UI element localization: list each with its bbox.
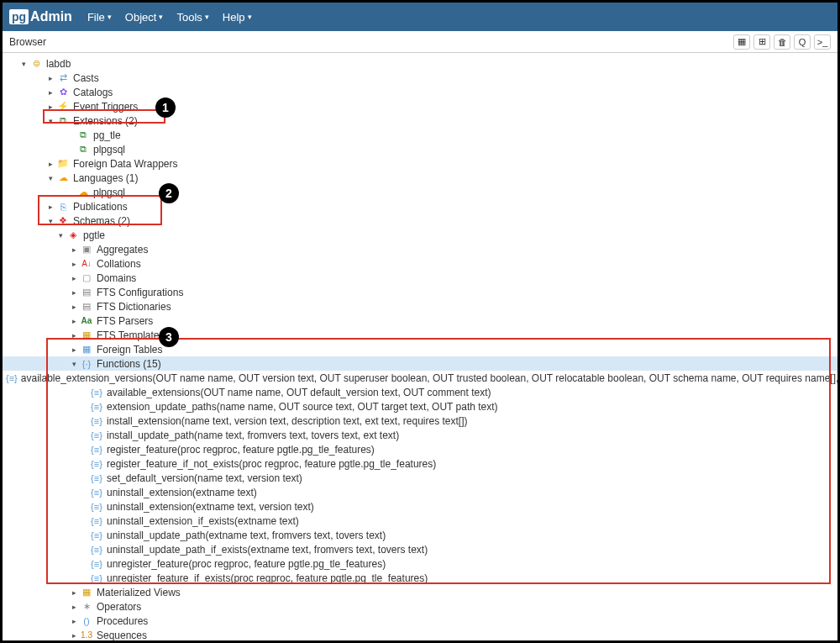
tree-schemas[interactable]: ▾❖Schemas (2) [3,213,837,228]
menu-object[interactable]: Object▾ [125,11,164,24]
chevron-right-icon[interactable]: ▸ [46,74,55,82]
tree-func-item[interactable]: {≡}register_feature(proc regproc, featur… [3,442,837,456]
tree-event-triggers[interactable]: ▸⚡Event Triggers [3,99,837,113]
tree-publications[interactable]: ▸⎘Publications [3,199,837,213]
tree-domains[interactable]: ▸▢Domains [3,271,837,285]
chevron-down-icon[interactable]: ▾ [46,117,55,125]
function-icon: {≡} [90,488,103,498]
annotation-badge-1: 1 [155,98,176,118]
tree-func-item[interactable]: {≡}register_feature_if_not_exists(proc r… [3,456,837,471]
tree-func-item[interactable]: {≡}extension_update_paths(name name, OUT… [3,399,837,414]
chevron-down-icon[interactable]: ▾ [56,231,65,240]
tree-func-item[interactable]: {≡}unregister_feature_if_exists(proc reg… [3,571,837,585]
caret-down-icon: ▾ [248,13,252,21]
function-icon: {≡} [90,416,103,426]
chevron-right-icon[interactable]: ▸ [70,303,78,311]
toolbar-btn-2[interactable]: ⊞ [753,34,770,50]
chevron-down-icon[interactable]: ▾ [70,360,78,368]
tree-func-item[interactable]: {≡}uninstall_extension(extname text) [3,485,837,499]
chevron-right-icon[interactable]: ▸ [70,245,78,254]
chevron-right-icon[interactable]: ▸ [70,617,78,625]
caret-down-icon: ▾ [159,13,163,21]
chevron-right-icon[interactable]: ▸ [46,160,55,168]
chevron-right-icon[interactable]: ▸ [46,103,55,111]
toolbar-btn-1[interactable]: ▦ [733,34,750,50]
chevron-down-icon[interactable]: ▾ [46,174,55,182]
tree-func-item[interactable]: {≡}install_update_path(name text, fromve… [3,428,837,442]
function-icon: {≡} [90,430,103,440]
toolbar-search[interactable]: Q [794,34,811,50]
tree-operators[interactable]: ▸∗Operators [3,599,837,614]
tree-ext-pgtle[interactable]: ▸⧉pg_tle [3,128,837,142]
collations-icon: A↓ [80,259,93,268]
chevron-down-icon[interactable]: ▾ [46,217,55,225]
tree-func-item[interactable]: {≡}uninstall_update_path(extname text, f… [3,528,837,542]
tree-ext-plpgsql[interactable]: ▸⧉plpgsql [3,142,837,156]
function-icon: {≡} [90,530,103,540]
chevron-right-icon[interactable]: ▸ [70,603,78,611]
tree-fts-conf[interactable]: ▸▤FTS Configurations [3,285,837,299]
tree-fts-templates[interactable]: ▸▦FTS Templates [3,328,837,342]
tree-lang-plpgsql[interactable]: ▸☁plpgsql [3,185,837,199]
aggregates-icon: ▣ [80,244,93,255]
tree-fdw[interactable]: ▸📁Foreign Data Wrappers [3,156,837,171]
tree-func-item[interactable]: {≡}uninstall_update_path_if_exists(extna… [3,542,837,556]
function-icon: {≡} [90,573,103,583]
menu-tools[interactable]: Tools▾ [176,11,208,24]
schemas-icon: ❖ [56,215,70,226]
casts-icon: ⇄ [56,72,70,83]
tree-schema-pgtle[interactable]: ▾◈pgtle [3,228,837,242]
tree-func-item[interactable]: {≡}available_extension_versions(OUT name… [3,371,837,385]
fts-dict-icon: ▤ [80,301,93,312]
tree-foreign-tables[interactable]: ▸▦Foreign Tables [3,342,837,356]
fts-parsers-icon: Aa [80,316,93,325]
tree-func-item[interactable]: {≡}install_extension(name text, version … [3,414,837,428]
tree-aggregates[interactable]: ▸▣Aggregates [3,242,837,256]
chevron-right-icon[interactable]: ▸ [70,317,78,325]
tree-func-item[interactable]: {≡}unregister_feature(proc regproc, feat… [3,556,837,571]
app-logo: pgAdmin [9,9,72,24]
chevron-right-icon[interactable]: ▸ [70,260,78,268]
function-icon: {≡} [90,545,103,555]
toolbar-psql[interactable]: >_ [814,34,831,50]
tree-func-item[interactable]: {≡}uninstall_extension(extname text, ver… [3,499,837,514]
tree-catalogs[interactable]: ▸✿Catalogs [3,85,837,99]
tree-sequences[interactable]: ▸1.3Sequences [3,628,837,642]
chevron-right-icon[interactable]: ▸ [46,88,55,97]
tree-casts[interactable]: ▸⇄Casts [3,71,837,85]
annotation-badge-3: 3 [159,327,179,347]
menu-bar: pgAdmin File▾ Object▾ Tools▾ Help▾ [3,3,837,31]
extension-icon: ⧉ [76,144,90,155]
chevron-right-icon[interactable]: ▸ [70,288,78,297]
chevron-right-icon[interactable]: ▸ [70,588,78,597]
languages-icon: ☁ [56,172,70,183]
database-icon: ⊜ [29,58,43,69]
function-icon: {≡} [90,559,103,569]
fdw-icon: 📁 [56,158,70,169]
chevron-right-icon[interactable]: ▸ [70,345,78,354]
toolbar-btn-3[interactable]: 🗑 [774,34,790,50]
menu-help[interactable]: Help▾ [223,11,252,24]
function-icon: {≡} [90,502,103,512]
tree-extensions[interactable]: ▾⧉Extensions (2) [3,113,837,128]
tree-procedures[interactable]: ▸()Procedures [3,614,837,628]
tree-mat-views[interactable]: ▸▦Materialized Views [3,585,837,599]
browser-title: Browser [9,36,46,48]
tree-func-item[interactable]: {≡}set_default_version(name text, versio… [3,471,837,485]
tree-db[interactable]: ▾⊜labdb [3,56,837,71]
chevron-right-icon[interactable]: ▸ [70,274,78,282]
menu-file[interactable]: File▾ [87,11,112,24]
function-icon: {≡} [90,473,103,483]
chevron-right-icon[interactable]: ▸ [70,631,78,640]
tree-fts-dict[interactable]: ▸▤FTS Dictionaries [3,299,837,314]
tree-func-item[interactable]: {≡}available_extensions(OUT name name, O… [3,385,837,399]
tree-languages[interactable]: ▾☁Languages (1) [3,171,837,185]
tree-functions[interactable]: ▾{·}Functions (15) [3,356,837,371]
chevron-right-icon[interactable]: ▸ [70,331,78,340]
tree-collations[interactable]: ▸A↓Collations [3,256,837,271]
chevron-down-icon[interactable]: ▾ [19,60,28,68]
tree-func-item[interactable]: {≡}uninstall_extension_if_exists(extname… [3,514,837,528]
chevron-right-icon[interactable]: ▸ [46,203,55,211]
tree-fts-parsers[interactable]: ▸AaFTS Parsers [3,314,837,328]
domains-icon: ▢ [80,272,93,283]
